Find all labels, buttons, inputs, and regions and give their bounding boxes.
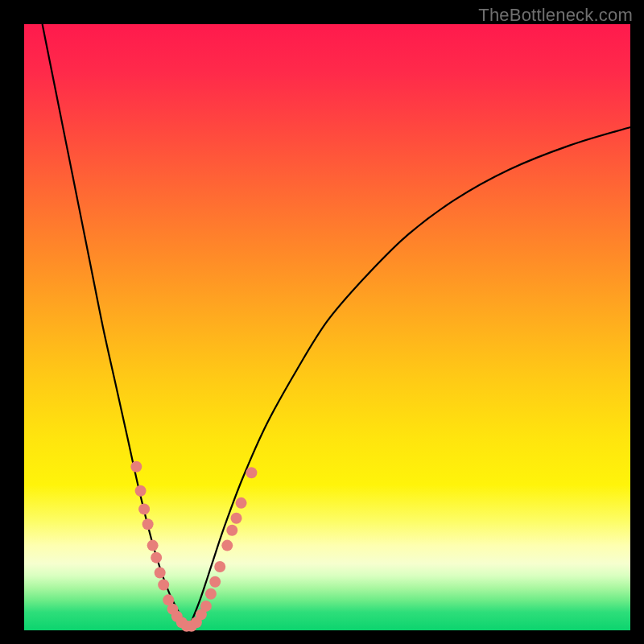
plot-area bbox=[24, 24, 630, 630]
data-marker bbox=[200, 601, 212, 612]
data-marker bbox=[151, 552, 162, 564]
data-marker bbox=[214, 561, 225, 572]
data-marker bbox=[147, 540, 159, 551]
data-marker bbox=[221, 540, 233, 551]
data-marker bbox=[142, 518, 154, 530]
curve-right-branch bbox=[188, 127, 630, 630]
data-marker bbox=[236, 497, 247, 509]
data-marker bbox=[226, 525, 237, 536]
data-marker bbox=[130, 461, 142, 473]
data-marker bbox=[209, 576, 221, 588]
chart-frame: TheBottleneck.com bbox=[0, 0, 644, 644]
curve-left-branch bbox=[43, 24, 188, 630]
data-marker bbox=[138, 503, 150, 514]
data-marker bbox=[135, 485, 147, 497]
data-marker bbox=[246, 467, 257, 478]
data-marker bbox=[231, 513, 242, 524]
watermark-text: TheBottleneck.com bbox=[478, 5, 633, 26]
data-markers bbox=[130, 461, 257, 632]
data-marker bbox=[158, 580, 169, 591]
chart-svg bbox=[24, 24, 630, 630]
data-marker bbox=[155, 567, 166, 578]
data-marker bbox=[205, 588, 217, 600]
